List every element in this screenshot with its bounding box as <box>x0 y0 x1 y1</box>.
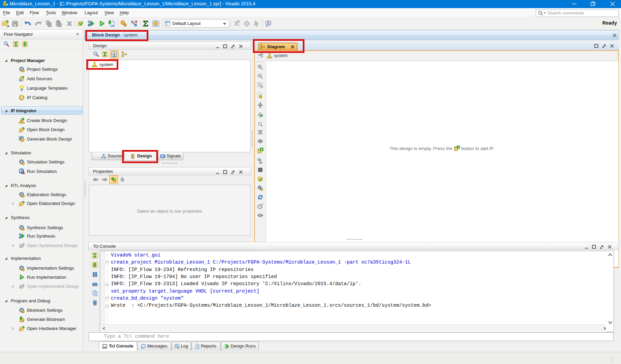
svg-text:101: 101 <box>111 25 114 27</box>
